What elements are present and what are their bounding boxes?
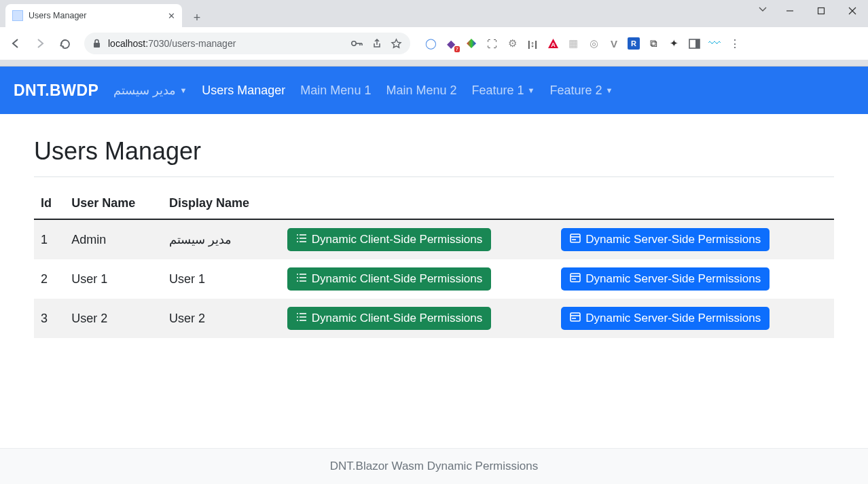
cell-id: 3 xyxy=(34,299,65,338)
main-content: Users Manager IdUser NameDisplay Name 1A… xyxy=(0,114,868,448)
button-label: Dynamic Server-Side Permissions xyxy=(585,312,761,325)
forward-button[interactable] xyxy=(30,33,50,54)
star-icon[interactable] xyxy=(391,38,402,50)
svg-rect-36 xyxy=(571,313,580,321)
extension-icon[interactable]: |↕| xyxy=(526,37,539,50)
browser-toolbar: localhost:7030/users-manager ◯ ◆7 ⛶ ⚙ |↕… xyxy=(0,27,868,60)
reload-button[interactable] xyxy=(54,33,75,54)
cell-username: User 1 xyxy=(65,259,162,299)
svg-rect-4 xyxy=(94,43,100,48)
extension-icon[interactable]: R xyxy=(628,37,640,50)
caret-down-icon: ▼ xyxy=(179,86,187,94)
column-header xyxy=(281,189,554,219)
extension-icon[interactable]: ◆7 xyxy=(444,37,458,50)
column-header xyxy=(554,189,834,219)
extension-icon[interactable]: ▦ xyxy=(566,37,580,50)
table-row: 3User 2User 2Dynamic Client-Side Permiss… xyxy=(34,299,834,338)
close-tab-button[interactable]: ✕ xyxy=(168,11,175,21)
url-text: localhost:7030/users-manager xyxy=(108,38,236,49)
extension-icon[interactable]: ⛶ xyxy=(485,37,499,50)
svg-rect-18 xyxy=(571,234,580,242)
key-icon[interactable] xyxy=(351,39,363,48)
button-label: Dynamic Client-Side Permissions xyxy=(312,233,482,246)
svg-rect-27 xyxy=(571,274,580,282)
browser-chrome: Users Manager ✕ + localhost:7030/users-m… xyxy=(0,0,868,67)
extension-icon[interactable] xyxy=(465,37,478,50)
nav-item[interactable]: Main Menu 1 xyxy=(300,83,371,98)
svg-point-5 xyxy=(352,41,356,45)
caret-down-icon: ▼ xyxy=(605,86,613,94)
button-label: Dynamic Client-Side Permissions xyxy=(312,272,482,286)
close-window-button[interactable] xyxy=(837,0,868,22)
page-viewport: DNT.BWDP مدیر سیستم▼Users ManagerMain Me… xyxy=(0,67,868,484)
column-header: User Name xyxy=(65,189,162,219)
footer: DNT.Blazor Wasm Dynamic Permissions xyxy=(0,448,868,484)
cell-username: Admin xyxy=(65,219,162,259)
maximize-button[interactable] xyxy=(806,0,837,22)
extension-icon[interactable]: ◯ xyxy=(424,37,437,50)
server-permissions-button[interactable]: Dynamic Server-Side Permissions xyxy=(561,228,770,251)
button-label: Dynamic Client-Side Permissions xyxy=(312,312,482,325)
menu-button[interactable]: ⋮ xyxy=(728,37,742,50)
browser-tab[interactable]: Users Manager ✕ xyxy=(5,4,182,27)
list-icon xyxy=(296,312,307,325)
card-icon xyxy=(570,312,581,325)
lock-icon xyxy=(92,39,101,48)
cell-display: User 1 xyxy=(162,259,281,299)
favicon-icon xyxy=(12,10,23,21)
nav-item[interactable]: Users Manager xyxy=(202,83,285,98)
button-label: Dynamic Server-Side Permissions xyxy=(585,233,761,246)
page-title: Users Manager xyxy=(34,137,834,166)
new-tab-button[interactable]: + xyxy=(187,8,206,27)
list-icon xyxy=(296,272,307,286)
nav-item[interactable]: Feature 1▼ xyxy=(471,83,535,98)
tab-strip: Users Manager ✕ + xyxy=(0,0,868,27)
client-permissions-button[interactable]: Dynamic Client-Side Permissions xyxy=(287,307,491,330)
column-header: Id xyxy=(34,189,65,219)
list-icon xyxy=(296,233,307,246)
cell-id: 2 xyxy=(34,259,65,299)
extensions-row: ◯ ◆7 ⛶ ⚙ |↕| A ▦ ◎ V R ⧉ ✦ 〰 ⋮ xyxy=(424,37,742,50)
window-controls xyxy=(774,0,868,22)
nav-item[interactable]: مدیر سیستم▼ xyxy=(113,83,187,98)
nav-item[interactable]: Feature 2▼ xyxy=(549,83,613,98)
cell-id: 1 xyxy=(34,219,65,259)
card-icon xyxy=(570,233,581,246)
extensions-puzzle-icon[interactable]: ✦ xyxy=(667,37,681,50)
svg-rect-11 xyxy=(695,39,700,48)
address-bar[interactable]: localhost:7030/users-manager xyxy=(84,33,410,54)
table-row: 1Adminمدیر سیستمDynamic Client-Side Perm… xyxy=(34,219,834,259)
extension-icon[interactable]: ◎ xyxy=(587,37,600,50)
chevron-down-icon[interactable] xyxy=(758,4,767,14)
caret-down-icon: ▼ xyxy=(528,86,535,94)
extension-icon[interactable]: A xyxy=(546,37,560,50)
card-icon xyxy=(570,272,581,286)
side-panel-icon[interactable] xyxy=(687,37,701,50)
share-icon[interactable] xyxy=(372,38,382,49)
svg-rect-1 xyxy=(818,8,825,14)
svg-text:A: A xyxy=(551,41,556,48)
column-header: Display Name xyxy=(162,189,281,219)
back-button[interactable] xyxy=(5,33,26,54)
server-permissions-button[interactable]: Dynamic Server-Side Permissions xyxy=(561,267,770,291)
extension-icon[interactable]: ⧉ xyxy=(647,37,660,50)
app-navbar: DNT.BWDP مدیر سیستم▼Users ManagerMain Me… xyxy=(0,67,868,114)
extension-icon[interactable]: ⚙ xyxy=(505,37,519,50)
tab-title: Users Manager xyxy=(29,11,162,20)
table-row: 2User 1User 1Dynamic Client-Side Permiss… xyxy=(34,259,834,299)
users-table: IdUser NameDisplay Name 1Adminمدیر سیستم… xyxy=(34,189,834,338)
button-label: Dynamic Server-Side Permissions xyxy=(585,272,761,286)
brand-logo[interactable]: DNT.BWDP xyxy=(14,81,98,100)
minimize-button[interactable] xyxy=(774,0,806,22)
client-permissions-button[interactable]: Dynamic Client-Side Permissions xyxy=(287,267,491,291)
client-permissions-button[interactable]: Dynamic Client-Side Permissions xyxy=(287,228,491,251)
extension-icon[interactable]: V xyxy=(607,37,621,50)
cell-display: مدیر سیستم xyxy=(162,219,281,259)
cell-username: User 2 xyxy=(65,299,162,338)
nav-item[interactable]: Main Menu 2 xyxy=(386,83,456,98)
extension-icon[interactable]: 〰 xyxy=(708,37,721,50)
cell-display: User 2 xyxy=(162,299,281,338)
divider xyxy=(34,176,834,177)
server-permissions-button[interactable]: Dynamic Server-Side Permissions xyxy=(561,307,770,330)
